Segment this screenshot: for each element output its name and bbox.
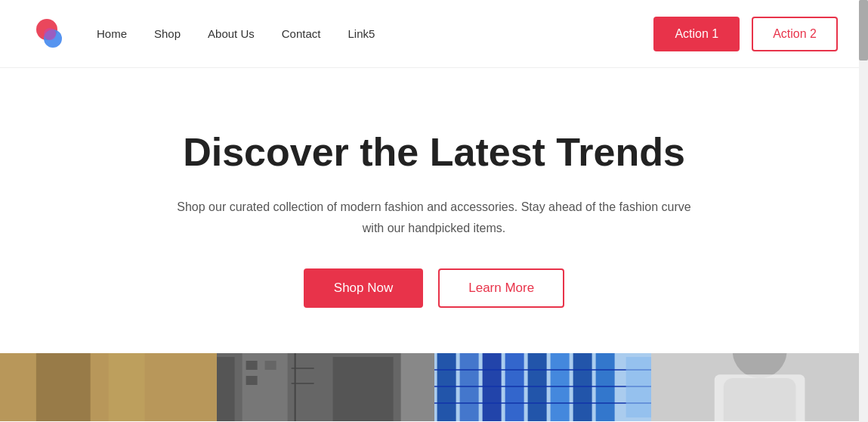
action1-button[interactable]: Action 1 — [653, 17, 740, 51]
svg-rect-16 — [265, 361, 276, 370]
nav-item-shop[interactable]: Shop — [154, 27, 181, 41]
scrollbar-thumb[interactable] — [859, 0, 868, 61]
nav-link-link5[interactable]: Link5 — [348, 27, 375, 40]
svg-rect-24 — [437, 353, 456, 421]
nav-link-shop[interactable]: Shop — [154, 27, 181, 40]
svg-rect-28 — [527, 353, 546, 421]
svg-rect-7 — [217, 357, 235, 421]
nav-links: Home Shop About Us Contact Link5 — [97, 27, 653, 41]
hero-section: Discover the Latest Trends Shop our cura… — [0, 68, 868, 353]
hero-subtitle: Shop our curated collection of modern fa… — [170, 197, 699, 237]
image-strip-item-3 — [434, 353, 651, 421]
nav-link-home[interactable]: Home — [97, 27, 127, 40]
svg-rect-30 — [573, 353, 592, 421]
nav-item-about[interactable]: About Us — [208, 27, 255, 41]
image-strip-item-2 — [217, 353, 434, 421]
svg-rect-31 — [595, 353, 614, 421]
nav-actions: Action 1 Action 2 — [653, 17, 838, 51]
hero-title: Discover the Latest Trends — [183, 129, 685, 175]
svg-rect-25 — [459, 353, 478, 421]
hero-buttons: Shop Now Learn More — [304, 268, 564, 308]
image-strip-item-4 — [651, 353, 868, 421]
svg-rect-15 — [246, 361, 258, 370]
nav-item-contact[interactable]: Contact — [282, 27, 321, 41]
svg-rect-5 — [109, 353, 145, 421]
svg-rect-11 — [401, 353, 434, 421]
learn-more-button[interactable]: Learn More — [438, 268, 564, 308]
svg-rect-17 — [246, 376, 258, 385]
scrollbar[interactable] — [859, 0, 868, 421]
svg-rect-26 — [482, 353, 501, 421]
svg-rect-39 — [715, 374, 805, 421]
svg-rect-4 — [36, 353, 91, 421]
action2-button[interactable]: Action 2 — [752, 17, 838, 51]
nav-link-contact[interactable]: Contact — [282, 27, 321, 40]
image-strip-item-1 — [0, 353, 217, 421]
svg-rect-29 — [550, 353, 569, 421]
nav-item-home[interactable]: Home — [97, 27, 127, 41]
svg-rect-9 — [295, 361, 326, 421]
svg-point-2 — [44, 28, 56, 40]
image-strip — [0, 353, 868, 421]
svg-rect-35 — [626, 357, 651, 417]
svg-rect-10 — [333, 357, 394, 421]
brand-logo[interactable] — [30, 16, 66, 52]
navbar: Home Shop About Us Contact Link5 Action … — [0, 0, 868, 68]
nav-link-about[interactable]: About Us — [208, 27, 255, 40]
nav-item-link5[interactable]: Link5 — [348, 27, 375, 41]
shop-now-button[interactable]: Shop Now — [304, 268, 423, 308]
svg-rect-27 — [505, 353, 524, 421]
